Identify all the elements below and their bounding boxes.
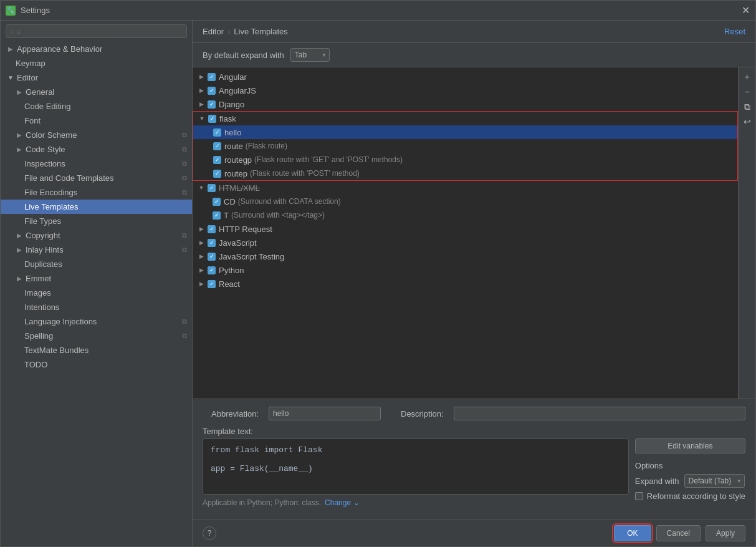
expand-with-select[interactable]: Default (Tab) Tab Enter Space [684, 474, 745, 488]
tree-arrow-icon: ▶ [198, 280, 205, 288]
tree-checkbox-routep[interactable] [213, 170, 221, 178]
tree-item-react[interactable]: ▶ React [193, 277, 738, 291]
sidebar-item-file-types[interactable]: File Types [1, 214, 192, 228]
tree-arrow-icon: ▼ [198, 184, 205, 191]
tree-checkbox-hello[interactable] [213, 128, 221, 137]
abbreviation-input[interactable] [269, 407, 381, 420]
change-link[interactable]: Change ⌄ [325, 498, 359, 507]
tree-item-route[interactable]: route (Flask route) [193, 139, 737, 153]
templates-area: ▶ Angular ▶ AngularJS ▶ Django [193, 67, 755, 399]
tree-item-routegp[interactable]: routegp (Flask route with 'GET' and 'POS… [193, 153, 737, 167]
tree-item-angular[interactable]: ▶ Angular [193, 70, 738, 84]
sidebar-item-label: Code Style [26, 145, 182, 154]
sidebar-item-todo[interactable]: TODO [1, 357, 192, 372]
tree-item-label: T [224, 211, 229, 220]
sidebar-item-spelling[interactable]: Spelling ⧉ [1, 329, 192, 343]
tree-item-routep[interactable]: routep (Flask route with 'POST' method) [193, 167, 737, 180]
sidebar-item-duplicates[interactable]: Duplicates [1, 257, 192, 271]
breadcrumb: Editor › Live Templates [203, 27, 288, 36]
tree-arrow-icon: ▶ [198, 253, 205, 260]
tree-checkbox-flask[interactable] [208, 115, 216, 123]
sidebar-item-inspections[interactable]: Inspections ⧉ [1, 157, 192, 171]
copy-button[interactable]: ⧉ [740, 100, 754, 114]
sidebar-item-images[interactable]: Images [1, 286, 192, 300]
apply-button[interactable]: Apply [706, 525, 745, 541]
ok-button[interactable]: OK [614, 525, 651, 541]
breadcrumb-current: Live Templates [234, 27, 287, 36]
sidebar-item-file-encodings[interactable]: File Encodings ⧉ [1, 185, 192, 200]
tree-group-label: JavaScript Testing [219, 252, 284, 261]
tree-checkbox-django[interactable] [208, 100, 216, 109]
tree-item-python[interactable]: ▶ Python [193, 263, 738, 277]
expand-select-wrapper: Tab Enter Space [290, 48, 330, 62]
copy-icon: ⧉ [182, 317, 187, 326]
tree-item-t[interactable]: T (Surround with <tag></tag>) [193, 208, 738, 222]
expand-select[interactable]: Tab Enter Space [290, 48, 330, 62]
edit-variables-button[interactable]: Edit variables [635, 438, 745, 453]
search-input[interactable] [17, 27, 183, 36]
sidebar-item-code-editing[interactable]: Code Editing [1, 99, 192, 114]
window-title: Settings [21, 6, 50, 15]
sidebar-item-color-scheme[interactable]: ▶ Color Scheme ⧉ [1, 128, 192, 142]
tree-checkbox-angularjs[interactable] [208, 87, 216, 95]
help-button[interactable]: ? [203, 526, 216, 540]
expand-icon: ▼ [7, 74, 14, 82]
reset-button[interactable]: ↩ [740, 115, 754, 128]
tree-item-httprequest[interactable]: ▶ HTTP Request [193, 222, 738, 236]
tree-item-label: routegp [224, 155, 252, 165]
tree-checkbox-python[interactable] [208, 266, 216, 274]
tree-item-javascript[interactable]: ▶ JavaScript [193, 236, 738, 249]
tree-checkbox-angular[interactable] [208, 73, 216, 81]
sidebar-item-font[interactable]: Font [1, 114, 192, 128]
cancel-button[interactable]: Cancel [656, 525, 701, 541]
sidebar-item-label: TextMate Bundles [24, 346, 187, 355]
close-button[interactable]: ✕ [740, 6, 750, 16]
sidebar-item-general[interactable]: ▶ General [1, 85, 192, 99]
add-button[interactable]: + [740, 70, 754, 84]
tree-item-cd[interactable]: CD (Surround with CDATA section) [193, 195, 738, 208]
tree-checkbox-jstesting[interactable] [208, 253, 216, 261]
sidebar-item-label: Emmet [26, 274, 187, 283]
tree-item-flask[interactable]: ▼ flask [193, 112, 737, 125]
sidebar-item-appearance[interactable]: ▶ Appearance & Behavior [1, 42, 192, 56]
tree-item-angularjs[interactable]: ▶ AngularJS [193, 84, 738, 97]
tree-checkbox-cd[interactable] [213, 198, 221, 206]
sidebar-item-inlay-hints[interactable]: ▶ Inlay Hints ⧉ [1, 243, 192, 257]
sidebar-item-copyright[interactable]: ▶ Copyright ⧉ [1, 228, 192, 243]
tree-item-desc: (Flask route with 'POST' method) [250, 169, 360, 178]
description-label: Description: [401, 409, 444, 419]
tree-group-label: React [219, 279, 240, 289]
reset-link[interactable]: Reset [724, 27, 745, 36]
sidebar-item-language-injections[interactable]: Language Injections ⧉ [1, 314, 192, 329]
code-editor[interactable]: from flask import Flask app = Flask(__na… [203, 438, 629, 495]
sidebar-item-code-style[interactable]: ▶ Code Style ⧉ [1, 142, 192, 157]
tree-checkbox-route[interactable] [213, 142, 221, 150]
tree-item-hello[interactable]: hello [193, 125, 737, 139]
copy-icon: ⧉ [182, 231, 187, 240]
sidebar-item-textmate-bundles[interactable]: TextMate Bundles [1, 343, 192, 357]
tree-group-label: JavaScript [219, 238, 257, 248]
tree-checkbox-httprequest[interactable] [208, 225, 216, 233]
tree-group-label: Angular [219, 72, 247, 82]
sidebar-item-label: Inlay Hints [26, 245, 182, 254]
tree-checkbox-javascript[interactable] [208, 239, 216, 247]
tree-item-htmlxml[interactable]: ▼ HTML/XML [193, 181, 738, 195]
remove-button[interactable]: − [740, 85, 754, 99]
tree-checkbox-react[interactable] [208, 280, 216, 288]
sidebar-item-emmet[interactable]: ▶ Emmet [1, 271, 192, 286]
tree-item-javascripttesting[interactable]: ▶ JavaScript Testing [193, 249, 738, 263]
tree-checkbox-t[interactable] [213, 211, 221, 220]
sidebar-item-keymap[interactable]: Keymap [1, 56, 192, 70]
reformat-checkbox[interactable] [635, 492, 643, 500]
sidebar-item-intentions[interactable]: Intentions [1, 300, 192, 314]
tree-checkbox-htmlxml[interactable] [208, 184, 216, 192]
titlebar-left: 🔧 Settings [6, 6, 50, 16]
sidebar-item-label: Appearance & Behavior [17, 44, 187, 54]
tree-checkbox-routegp[interactable] [213, 156, 221, 164]
tree-item-django[interactable]: ▶ Django [193, 97, 738, 111]
sidebar-item-live-templates[interactable]: Live Templates [1, 200, 192, 214]
copy-icon: ⧉ [182, 188, 187, 196]
description-input[interactable] [454, 407, 745, 420]
sidebar-item-file-code-templates[interactable]: File and Code Templates ⧉ [1, 171, 192, 185]
sidebar-item-editor[interactable]: ▼ Editor [1, 70, 192, 85]
